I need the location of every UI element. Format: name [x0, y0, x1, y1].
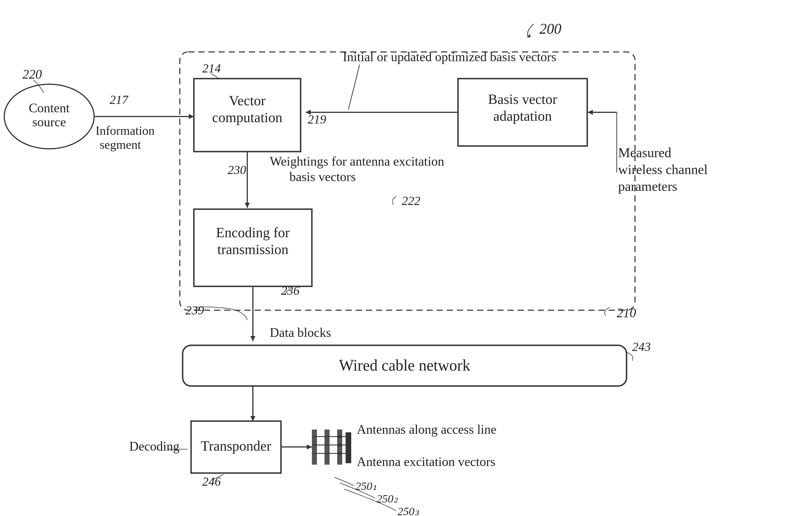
- ref-230-label: 230: [228, 163, 246, 177]
- weightings-text1: Weightings for antenna excitation: [270, 154, 444, 169]
- vector-comp-text2: computation: [212, 110, 282, 125]
- weightings-text2: basis vectors: [289, 170, 356, 184]
- antenna-bar-3: [337, 429, 342, 465]
- ref-200-label: 200: [540, 21, 561, 37]
- basis-vector-text1: Basis vector: [488, 91, 557, 107]
- basis-vector-text2: adaptation: [493, 108, 552, 124]
- antenna-end-bar: [346, 432, 351, 463]
- ref-239-label: 239: [185, 303, 204, 317]
- content-source-text1: Content: [29, 101, 70, 115]
- ref-217-label: 217: [110, 93, 129, 107]
- ref-250-3-label: 250₃: [398, 505, 419, 516]
- info-segment-text1: Information: [95, 124, 154, 138]
- content-source-text2: source: [32, 115, 66, 129]
- data-blocks-label: Data blocks: [270, 325, 331, 340]
- svg-rect-0: [0, 0, 812, 516]
- encoding-text1: Encoding for: [216, 224, 290, 240]
- antenna-bar-1: [312, 429, 317, 465]
- diagram-container: 200 210 Content source 220 217 Informati…: [0, 0, 812, 516]
- decoding-label: Decoding: [129, 439, 179, 453]
- antenna-excitation-text: Antenna excitation vectors: [357, 455, 495, 469]
- ref-222-label: 222: [402, 194, 420, 208]
- ref-236-label: 236: [281, 284, 299, 298]
- main-diagram-svg: 200 210 Content source 220 217 Informati…: [0, 0, 812, 516]
- antennas-along-text: Antennas along access line: [357, 422, 496, 436]
- ref-219-label: 219: [308, 113, 326, 126]
- measured-text1: Measured: [618, 145, 671, 160]
- encoding-text2: transmission: [218, 241, 289, 257]
- measured-text2: wireless channel: [618, 162, 708, 177]
- ref-243-label: 243: [632, 340, 651, 354]
- transponder-text: Transponder: [201, 438, 271, 454]
- initial-updated-label: Initial or updated optimized basis vecto…: [343, 50, 556, 64]
- ref-210-label: 210: [617, 306, 636, 320]
- wired-network-text: Wired cable network: [339, 357, 470, 374]
- vector-comp-text1: Vector: [229, 93, 266, 109]
- measured-text3: parameters: [618, 179, 677, 194]
- antenna-bar-2: [324, 429, 329, 465]
- ref-220-label: 220: [23, 67, 42, 82]
- info-segment-text2: segment: [100, 138, 141, 152]
- ref-214-label: 214: [202, 61, 221, 75]
